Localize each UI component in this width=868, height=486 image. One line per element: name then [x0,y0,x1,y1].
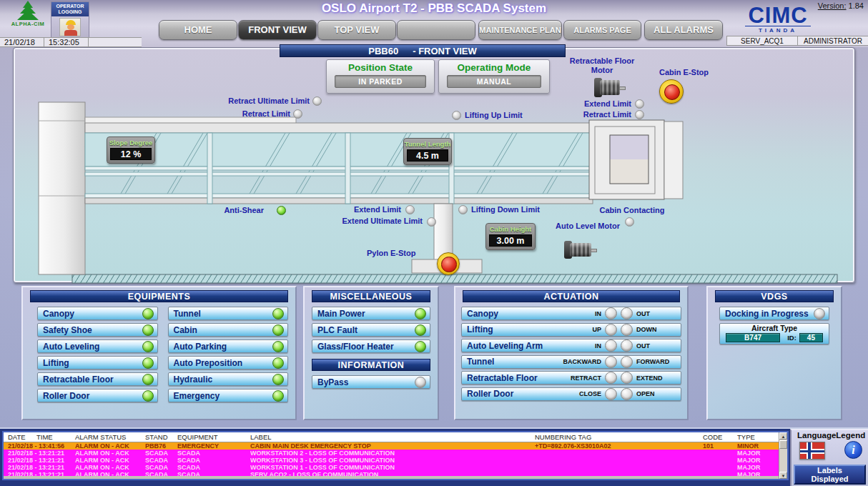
position-state-box: Position State IN PARKED [326,59,435,94]
misc-main-power: Main Power [312,307,430,320]
extend-ultimate-limit-indicator [427,217,436,227]
lifting-down-limit-indicator [458,205,468,214]
scroll-thumb[interactable] [779,440,787,449]
retract-ultimate-limit-label: Retract Ultimate Limit [202,96,310,106]
canopy-out-button[interactable] [621,307,633,319]
roller-door-close-button[interactable] [605,388,617,400]
alarm-row[interactable]: 21/02/18 - 13:21:21ALARM ON - ACKSCADASC… [4,464,787,471]
retract-limit-cabin-indicator [635,110,644,119]
scada-application: OSLO Airport T2 - PBB SCADA System ALPHA… [0,0,868,486]
docking-in-progress: Docking in Progress [719,307,829,320]
retract-limit-left-label: Retract Limit [197,109,290,119]
language-label: Language [797,431,836,440]
cabin-height-box: Cabin Height 3.00 m [485,223,536,250]
equipment-emergency: Emergency [168,389,289,402]
scroll-down-icon[interactable]: ▼ [779,472,787,479]
alarm-table-header: DATE TIME ALARM STATUS STAND EQUIPMENT L… [4,432,787,442]
scroll-up-icon[interactable]: ▲ [779,432,787,440]
extend-limit-indicator [405,205,415,214]
retractable-floor-motor-icon [594,78,626,99]
equipment-auto-preposition: Auto Preposition [168,356,289,370]
retractable-floor-status-led [142,374,154,385]
auto-level-motor-icon [564,241,597,261]
slope-degree-value: 12 % [110,148,152,160]
extend-ultimate-limit-label: Extend Ultimate Limit [322,217,423,226]
equipment-roller-door: Roller Door [37,389,158,402]
retractable-floor-motor-label: Retractable Floor Motor [563,56,641,75]
lifting-up-button[interactable] [605,324,617,336]
anti-shear-label: Anti-Shear [207,206,264,215]
canopy-in-button[interactable] [605,307,617,319]
actuation-canopy: Canopy INOUT [461,307,681,320]
operator-logging-button[interactable]: OPERATOR LOGGING [51,1,89,38]
tunnel-backward-button[interactable] [605,356,617,368]
nav-alarms-page-button[interactable]: ALARMS PAGE [563,20,641,40]
session-strip: SERV_ACQ1 ADMINISTRATOR [726,36,868,46]
nav-home-button[interactable]: HOME [159,20,237,40]
bypass-status-led [415,377,426,388]
nav-blank-button[interactable] [397,20,475,40]
alarm-scrollbar[interactable]: ▲ ▼ [779,432,787,479]
equipment-lifting: Lifting [37,356,158,370]
alarm-row[interactable]: 21/02/18 - 13:21:21ALARM ON - ACKSCADASC… [4,457,787,464]
aircraft-type-box: Aircraft Type B747 ID: 45 [719,323,829,344]
labels-displayed-button[interactable]: Labels Displayed [794,465,866,485]
alarm-row[interactable]: 21/02/18 - 13:41:56ALARM ON - ACKPBB76EM… [4,442,787,450]
extend-limit-label: Extend Limit [330,205,401,214]
vdgs-panel: VDGS Docking in Progress Aircraft Type B… [706,286,842,420]
extend-limit-cabin-label: Extend Limit [566,99,631,109]
datetime-bar: 21/02/18 15:32:05 [0,37,142,47]
slope-degree-label: Slope Degree [107,137,154,147]
bridge-drawing [14,48,856,284]
cabin-height-label: Cabin Height [486,224,535,233]
cabin-contacting-label: Cabin Contacting [589,206,675,215]
lifting-down-button[interactable] [621,324,633,336]
misc-glass-floor-heater: Glass/Floor Heater [312,339,430,353]
position-state-label: Position State [327,60,434,73]
actuation-auto-leveling-arm: Auto Leveling Arm INOUT [461,339,681,352]
actuation-panel: ACTUATION Canopy INOUT Lifting UPDOWN Au… [454,286,689,420]
current-time: 15:32:05 [44,38,89,46]
actuation-roller-door: Roller Door CLOSEOPEN [461,387,681,401]
nav-front-view-button[interactable]: FRONT VIEW [238,20,317,40]
miscellaneous-header: MISCELLANEOUS [312,290,430,302]
actuation-lifting: Lifting UPDOWN [461,323,681,337]
nav-top-view-button[interactable]: TOP VIEW [317,20,396,40]
alpha-cim-logo: ALPHA-CIM [6,1,50,36]
hydraulic-status-led [272,374,284,385]
tunnel-length-box: Tunnel Length 4.5 m [403,138,452,165]
alarm-row[interactable]: 21/02/18 - 13:21:21ALARM ON - ACKSCADASC… [4,450,787,457]
anti-shear-indicator [277,206,286,215]
view-title-bar: PBB60 - FRONT VIEW [280,44,566,57]
tunnel-forward-button[interactable] [621,356,633,368]
aircraft-id-value: 45 [799,333,823,342]
operating-mode-box: Operating Mode MANUAL [438,59,550,94]
tunnel-length-value: 4.5 m [407,149,448,162]
canopy-status-led [142,308,154,319]
alarm-section: DATE TIME ALARM STATUS STAND EQUIPMENT L… [0,427,868,486]
front-view-panel: PBB60 - FRONT VIEW Position State IN PAR… [13,47,855,283]
glass-floor-heater-status-led [415,341,426,352]
legend-info-icon[interactable]: i [844,441,862,459]
info-bypass: ByPass [312,375,430,389]
nav-all-alarms-button[interactable]: ALL ALARMS [644,20,723,40]
retractable-floor-retract-button[interactable] [605,372,617,384]
aircraft-type-value: B747 [726,333,780,342]
equipment-auto-leveling: Auto Leveling [37,339,158,353]
version-info: Version: 1.84 [818,1,864,10]
legend-label: Legend [836,431,865,440]
auto-leveling-arm-out-button[interactable] [621,339,633,352]
main-power-status-led [415,308,426,319]
retractable-floor-extend-button[interactable] [621,372,633,384]
nav-maintenance-plan-button[interactable]: MAINTENANCE PLAN [478,20,562,40]
auto-leveling-arm-in-button[interactable] [605,339,617,352]
retract-limit-left-indicator [293,109,302,119]
current-date: 21/02/18 [0,38,44,46]
alarm-table-filler [4,476,779,479]
norwegian-flag-icon[interactable] [799,442,825,460]
misc-plc-fault: PLC Fault [312,323,430,337]
cabin-e-stop-icon [659,79,684,104]
roller-door-open-button[interactable] [621,388,633,400]
lifting-up-limit-indicator [452,111,461,120]
roller-door-status-led [142,390,154,402]
